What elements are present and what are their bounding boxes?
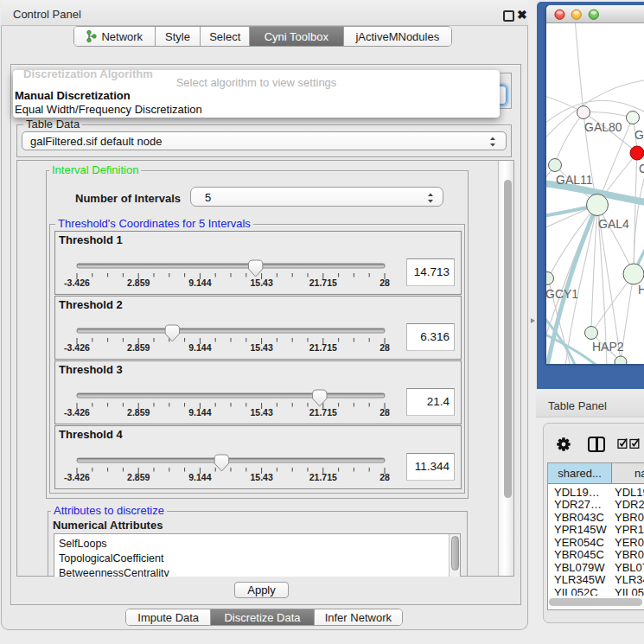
svg-text:-3.426: -3.426 — [64, 472, 90, 482]
svg-text:28: 28 — [379, 342, 390, 353]
svg-text:HAP2: HAP2 — [592, 340, 624, 354]
svg-text:9.144: 9.144 — [188, 342, 211, 353]
svg-text:21.715: 21.715 — [309, 277, 337, 288]
svg-text:2.859: 2.859 — [127, 342, 150, 353]
svg-text:28: 28 — [379, 407, 390, 418]
svg-text:2.859: 2.859 — [127, 277, 150, 288]
svg-text:GAL11: GAL11 — [556, 173, 593, 187]
svg-text:-3.426: -3.426 — [64, 277, 90, 288]
svg-text:-3.426: -3.426 — [64, 342, 90, 353]
svg-text:GA: GA — [634, 128, 644, 142]
svg-text:GAL4: GAL4 — [598, 217, 629, 231]
svg-text:28: 28 — [379, 472, 390, 482]
svg-text:2.859: 2.859 — [127, 472, 150, 482]
svg-text:9.144: 9.144 — [188, 472, 211, 482]
svg-text:9.144: 9.144 — [188, 407, 211, 418]
svg-text:15.43: 15.43 — [250, 407, 272, 418]
svg-text:CY: CY — [639, 162, 644, 175]
svg-text:15.43: 15.43 — [250, 472, 272, 482]
svg-text:GCY1: GCY1 — [546, 287, 578, 301]
svg-text:21.715: 21.715 — [309, 342, 337, 353]
svg-text:2.859: 2.859 — [127, 407, 150, 418]
svg-text:21.715: 21.715 — [309, 407, 337, 418]
svg-text:28: 28 — [379, 277, 390, 288]
svg-text:21.715: 21.715 — [309, 472, 337, 482]
svg-text:15.43: 15.43 — [250, 277, 272, 288]
svg-text:15.43: 15.43 — [250, 342, 272, 353]
svg-text:HIS: HIS — [638, 283, 644, 296]
svg-text:-3.426: -3.426 — [64, 407, 90, 418]
svg-text:GAL80: GAL80 — [584, 120, 622, 134]
svg-text:9.144: 9.144 — [188, 277, 211, 288]
